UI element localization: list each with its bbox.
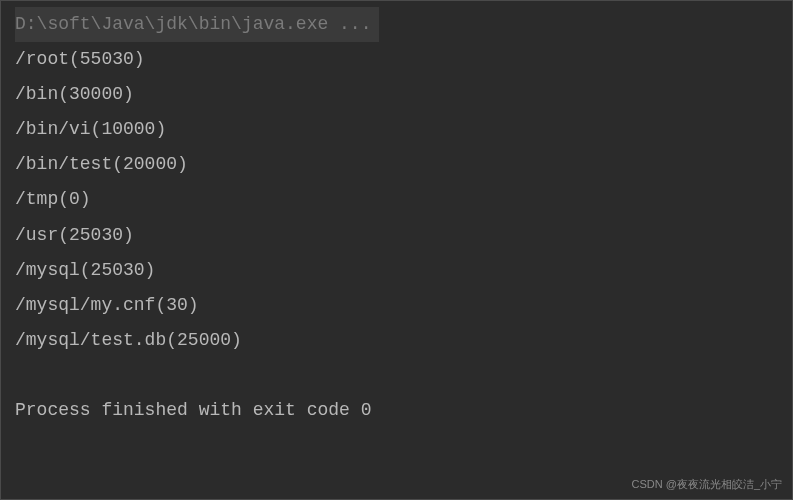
output-line: /bin/vi(10000) [15,112,778,147]
output-line: /bin(30000) [15,77,778,112]
output-line [15,358,778,393]
output-line: /root(55030) [15,42,778,77]
console-header: D:\soft\Java\jdk\bin\java.exe ... [15,7,379,42]
output-line: /tmp(0) [15,182,778,217]
output-line: /bin/test(20000) [15,147,778,182]
output-line: /usr(25030) [15,218,778,253]
output-line: /mysql/my.cnf(30) [15,288,778,323]
output-line: /mysql(25030) [15,253,778,288]
process-finished-line: Process finished with exit code 0 [15,393,778,428]
watermark: CSDN @夜夜流光相皎洁_小宁 [631,474,782,495]
output-line: /mysql/test.db(25000) [15,323,778,358]
console-output: D:\soft\Java\jdk\bin\java.exe ... /root(… [1,1,792,434]
